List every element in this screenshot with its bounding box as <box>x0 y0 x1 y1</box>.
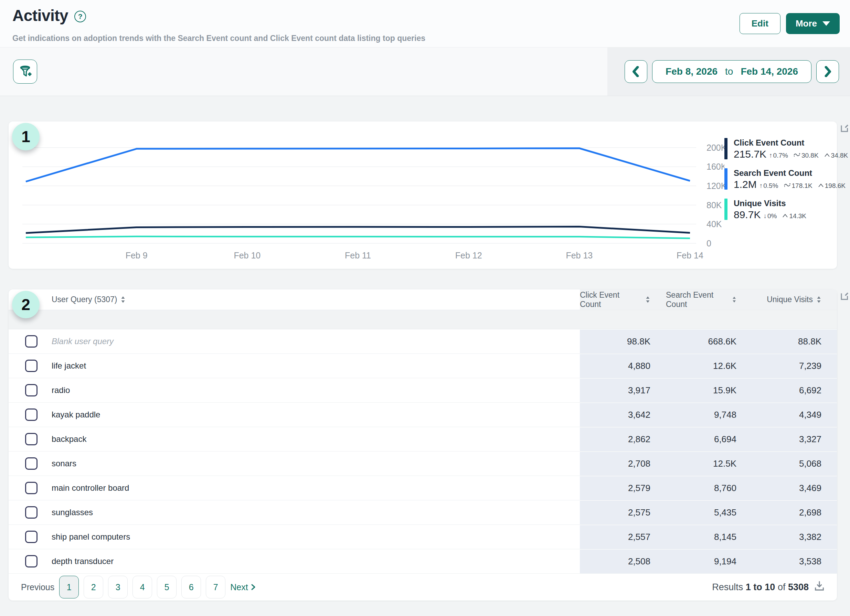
page-button-7[interactable]: 7 <box>206 576 225 598</box>
search-count-cell: 9,748 <box>666 403 752 427</box>
title-block: Activity ? Get indications on adoption t… <box>12 6 425 43</box>
legend-item-search-event-count: Search Event Count 1.2M ↑0.5% 178.1K <box>724 168 835 190</box>
date-range-start: Feb 8, 2026 <box>666 66 717 77</box>
page-subtitle: Get indications on adoption trends with … <box>12 34 425 43</box>
edit-button[interactable]: Edit <box>739 13 781 34</box>
table-subheader-band <box>9 310 837 329</box>
row-checkbox[interactable] <box>25 482 37 494</box>
query-cell: sunglasses <box>52 508 580 517</box>
table-row: kayak paddle 3,642 9,748 4,349 <box>9 403 837 427</box>
table-row: sonars 2,708 12.5K 5,068 <box>9 452 837 476</box>
page-button-6[interactable]: 6 <box>181 576 201 598</box>
table-row: backpack 2,862 6,694 3,327 <box>9 427 837 452</box>
search-count-cell: 6,694 <box>666 427 752 451</box>
legend-item-unique-visits: Unique Visits 89.7K ↓0% 14. <box>724 199 835 221</box>
page-button-4[interactable]: 4 <box>133 576 152 598</box>
trend-arrow-icon: ↑ <box>769 152 772 159</box>
chart-legend: Click Event Count 215.7K ↑0.7% 30.8K <box>724 133 835 262</box>
page-button-2[interactable]: 2 <box>84 576 103 598</box>
previous-date-range-button[interactable] <box>625 60 647 83</box>
legend-label: Search Event Count <box>734 168 846 178</box>
add-filter-button[interactable] <box>13 60 37 84</box>
next-page-button[interactable]: Next <box>230 582 255 592</box>
svg-text:160K: 160K <box>706 162 724 171</box>
help-icon[interactable]: ? <box>74 10 86 22</box>
more-button-label: More <box>796 18 817 29</box>
date-range-separator: to <box>725 66 733 77</box>
query-cell: sonars <box>52 459 580 468</box>
query-cell: Blank user query <box>52 336 580 346</box>
download-results-icon[interactable] <box>814 580 825 594</box>
date-range-button[interactable]: Feb 8, 2026 to Feb 14, 2026 <box>652 60 811 83</box>
legend-item-click-event-count: Click Event Count 215.7K ↑0.7% 30.8K <box>724 138 835 160</box>
row-checkbox[interactable] <box>25 408 37 421</box>
click-count-cell: 4,880 <box>580 354 666 378</box>
row-checkbox[interactable] <box>25 531 37 543</box>
filter-add-icon <box>18 65 32 78</box>
previous-page-button[interactable]: Previous <box>21 582 54 592</box>
unique-visits-cell: 3,538 <box>752 549 837 573</box>
click-count-cell: 98.8K <box>580 329 666 353</box>
row-checkbox[interactable] <box>25 458 37 470</box>
edit-chart-widget-icon[interactable] <box>840 123 850 135</box>
legend-peak: 198.6K <box>818 182 846 190</box>
activity-line-chart: 200K160K120K80K40K0Feb 9Feb 10Feb 11Feb … <box>22 133 724 262</box>
unique-visits-cell: 7,239 <box>752 354 837 378</box>
query-cell: main controller board <box>52 483 580 493</box>
column-header-search-event-count[interactable]: Search Event Count <box>666 289 752 310</box>
table-row: life jacket 4,880 12.6K 7,239 <box>9 354 837 378</box>
click-count-cell: 2,575 <box>580 500 666 525</box>
table-header: User Query (5307) Click Event Count Sear… <box>9 289 837 310</box>
average-wave-icon <box>784 183 791 188</box>
table-row: Blank user query 98.8K 668.6K 88.8K <box>9 329 837 354</box>
more-button[interactable]: More <box>786 13 840 34</box>
page-button-3[interactable]: 3 <box>108 576 128 598</box>
search-count-cell: 668.6K <box>666 329 752 353</box>
trend-arrow-icon: ↓ <box>763 212 767 220</box>
next-date-range-button[interactable] <box>816 60 839 83</box>
sort-icon <box>645 296 650 303</box>
column-header-unique-visits[interactable]: Unique Visits <box>752 289 837 310</box>
edit-table-widget-icon[interactable] <box>840 291 850 302</box>
row-checkbox[interactable] <box>25 555 37 568</box>
search-count-cell: 15.9K <box>666 378 752 402</box>
column-header-click-event-count[interactable]: Click Event Count <box>580 289 666 310</box>
table-body: Blank user query 98.8K 668.6K 88.8K life… <box>9 329 837 574</box>
unique-visits-cell: 88.8K <box>752 329 837 353</box>
page-header: Activity ? Get indications on adoption t… <box>0 0 850 47</box>
svg-text:40K: 40K <box>706 219 722 229</box>
sort-icon <box>120 296 126 303</box>
page-title: Activity <box>12 6 68 25</box>
svg-text:0: 0 <box>706 238 711 248</box>
page-button-5[interactable]: 5 <box>157 576 177 598</box>
activity-chart-card: 1 200K160K120K80K40K0Feb 9Feb 10Feb 11Fe… <box>9 121 837 269</box>
activity-dashboard: Activity ? Get indications on adoption t… <box>0 0 850 601</box>
table-row: ship panel computers 2,557 8,145 3,382 <box>9 525 837 549</box>
search-count-cell: 8,145 <box>666 525 752 549</box>
svg-text:Feb 11: Feb 11 <box>345 251 371 260</box>
pagination-pages: 1234567 <box>59 576 225 598</box>
row-checkbox[interactable] <box>25 433 37 445</box>
svg-text:Feb 13: Feb 13 <box>566 251 593 260</box>
row-checkbox[interactable] <box>25 506 37 519</box>
top-queries-table-card: 2 User Query (5307) Click Event Count Se… <box>9 289 837 601</box>
legend-average: 30.8K <box>793 152 819 159</box>
column-header-user-query[interactable]: User Query (5307) <box>52 295 580 304</box>
search-count-cell: 12.5K <box>666 452 752 475</box>
date-range-end: Feb 14, 2026 <box>741 66 798 77</box>
click-count-cell: 2,708 <box>580 452 666 475</box>
sort-icon <box>732 296 736 303</box>
click-count-cell: 3,917 <box>580 378 666 402</box>
legend-color-bar <box>724 168 727 190</box>
table-footer: Previous 1234567 Next Results 1 to 10 of… <box>9 574 837 601</box>
chart-section: 1 200K160K120K80K40K0Feb 9Feb 10Feb 11Fe… <box>9 121 850 269</box>
legend-peak: 34.8K <box>824 152 848 159</box>
unique-visits-cell: 2,698 <box>752 500 837 525</box>
row-checkbox[interactable] <box>25 360 37 372</box>
unique-visits-cell: 3,382 <box>752 525 837 549</box>
chevron-left-icon <box>632 66 640 77</box>
chevron-right-icon <box>823 66 832 77</box>
row-checkbox[interactable] <box>25 335 37 348</box>
page-button-1[interactable]: 1 <box>59 576 79 598</box>
row-checkbox[interactable] <box>25 384 37 396</box>
